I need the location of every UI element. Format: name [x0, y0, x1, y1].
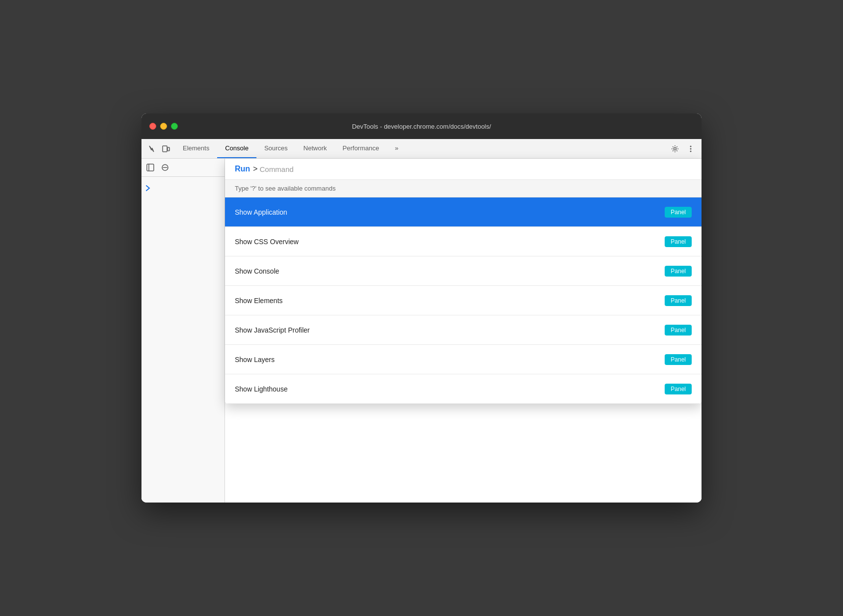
command-input-row: Run >	[225, 159, 702, 180]
maximize-button[interactable]	[171, 123, 178, 130]
left-sidebar	[141, 159, 225, 503]
command-item-show-elements[interactable]: Show Elements Panel	[225, 286, 702, 315]
command-name-show-console: Show Console	[235, 267, 279, 275]
devtools-container: Elements Console Sources Network Perform…	[141, 139, 702, 503]
svg-rect-0	[163, 146, 167, 152]
svg-rect-6	[147, 164, 154, 171]
gear-icon	[671, 145, 679, 153]
inspect-icon	[148, 145, 156, 153]
tab-performance[interactable]: Performance	[335, 139, 387, 158]
tab-network[interactable]: Network	[296, 139, 335, 158]
block-icon	[161, 164, 169, 171]
hint-row: Type '?' to see available commands	[225, 180, 702, 197]
window-title: DevTools - developer.chrome.com/docs/dev…	[352, 123, 491, 130]
hint-text: Type '?' to see available commands	[235, 185, 336, 192]
device-toggle-button[interactable]	[159, 142, 173, 156]
tab-more[interactable]: »	[387, 139, 406, 158]
content-wrapper: Run > Type '?' to see available commands…	[225, 159, 702, 503]
badge-show-lighthouse[interactable]: Panel	[665, 384, 692, 394]
main-area: Run > Type '?' to see available commands…	[141, 159, 702, 503]
command-item-show-application[interactable]: Show Application Panel	[225, 197, 702, 227]
command-item-show-console[interactable]: Show Console Panel	[225, 256, 702, 286]
gt-symbol: >	[253, 165, 257, 173]
devtools-window: DevTools - developer.chrome.com/docs/dev…	[141, 113, 702, 503]
sidebar-panel-icon	[146, 164, 154, 171]
svg-point-4	[690, 148, 692, 149]
title-bar: DevTools - developer.chrome.com/docs/dev…	[141, 113, 702, 139]
tab-sources[interactable]: Sources	[256, 139, 296, 158]
badge-show-css-overview[interactable]: Panel	[665, 236, 692, 247]
sidebar-panel-icon-button[interactable]	[143, 161, 157, 174]
run-label: Run	[235, 165, 250, 173]
traffic-lights	[149, 123, 178, 130]
command-name-show-application: Show Application	[235, 208, 287, 216]
svg-rect-1	[168, 147, 169, 151]
badge-show-js-profiler[interactable]: Panel	[665, 325, 692, 336]
more-dots-icon	[690, 145, 692, 153]
inspect-icon-button[interactable]	[145, 142, 159, 156]
command-item-show-lighthouse[interactable]: Show Lighthouse Panel	[225, 374, 702, 404]
badge-show-layers[interactable]: Panel	[665, 354, 692, 365]
sidebar-toolbar	[141, 159, 225, 177]
command-item-show-layers[interactable]: Show Layers Panel	[225, 345, 702, 374]
command-name-show-layers: Show Layers	[235, 356, 275, 364]
no-entry-icon-button[interactable]	[158, 161, 172, 174]
command-name-show-lighthouse: Show Lighthouse	[235, 385, 287, 393]
command-input[interactable]	[259, 165, 692, 173]
badge-show-console[interactable]: Panel	[665, 266, 692, 277]
minimize-button[interactable]	[160, 123, 167, 130]
svg-point-5	[690, 150, 692, 152]
tab-elements[interactable]: Elements	[175, 139, 217, 158]
badge-show-application[interactable]: Panel	[665, 207, 692, 218]
settings-button[interactable]	[668, 142, 682, 156]
chevron-area	[141, 181, 225, 197]
svg-point-2	[674, 147, 676, 150]
device-icon	[162, 145, 170, 153]
command-list: Show Application Panel Show CSS Overview…	[225, 197, 702, 404]
close-button[interactable]	[149, 123, 156, 130]
svg-point-3	[690, 145, 692, 147]
command-name-show-css-overview: Show CSS Overview	[235, 238, 299, 246]
command-name-show-js-profiler: Show JavaScript Profiler	[235, 326, 310, 334]
command-item-show-js-profiler[interactable]: Show JavaScript Profiler Panel	[225, 315, 702, 345]
command-item-show-css-overview[interactable]: Show CSS Overview Panel	[225, 227, 702, 256]
command-name-show-elements: Show Elements	[235, 297, 282, 305]
badge-show-elements[interactable]: Panel	[665, 295, 692, 306]
chevron-right-icon	[145, 185, 150, 192]
tab-console[interactable]: Console	[217, 139, 256, 158]
command-menu: Run > Type '?' to see available commands…	[225, 159, 702, 404]
more-options-button[interactable]	[684, 142, 698, 156]
